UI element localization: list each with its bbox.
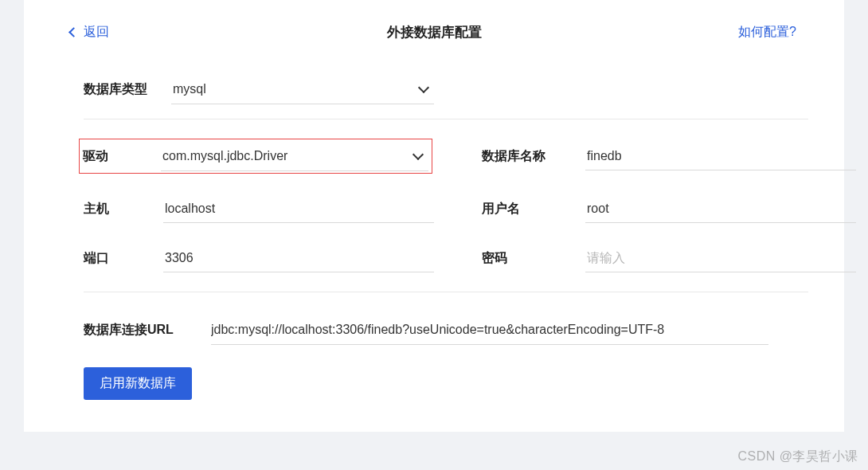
host-row: 主机 [84,194,434,223]
port-input[interactable] [163,244,434,272]
url-input[interactable] [211,315,768,345]
divider [84,119,808,119]
password-input[interactable] [585,244,856,272]
driver-label: 驱动 [83,148,161,165]
username-input[interactable] [585,194,856,223]
port-row: 端口 [84,244,434,272]
back-label: 返回 [84,24,109,41]
chevron-down-icon [418,81,429,92]
db-type-select[interactable]: mysql [171,74,434,104]
driver-select[interactable]: com.mysql.jdbc.Driver [161,141,428,171]
db-name-row: 数据库名称 [482,139,856,174]
chevron-left-icon [68,27,79,37]
chevron-down-icon [412,148,424,159]
db-type-row: 数据库类型 mysql [84,74,820,104]
help-link[interactable]: 如何配置? [738,24,796,41]
page-title: 外接数据库配置 [387,23,482,41]
username-label: 用户名 [482,201,585,217]
driver-row-highlighted: 驱动 com.mysql.jdbc.Driver [79,139,432,174]
db-type-value: mysql [171,82,420,96]
db-type-label: 数据库类型 [84,81,171,98]
host-label: 主机 [84,201,163,217]
username-row: 用户名 [482,194,856,223]
db-name-label: 数据库名称 [482,148,585,165]
header: 返回 外接数据库配置 如何配置? [24,24,844,57]
driver-value: com.mysql.jdbc.Driver [161,149,414,163]
divider [84,292,808,292]
password-row: 密码 [482,244,856,272]
watermark: CSDN @李昊哲小课 [737,448,858,465]
enable-db-button[interactable]: 启用新数据库 [84,367,192,400]
back-link[interactable]: 返回 [70,24,109,41]
host-input[interactable] [163,194,434,223]
password-label: 密码 [482,250,585,267]
db-name-input[interactable] [585,142,856,170]
url-label: 数据库连接URL [84,322,211,339]
config-panel: 返回 外接数据库配置 如何配置? 数据库类型 mysql 驱动 com.mysq… [24,0,844,432]
port-label: 端口 [84,250,163,267]
content: 数据库类型 mysql 驱动 com.mysql.jdbc.Driver 数据库… [24,74,844,400]
url-row: 数据库连接URL [84,315,820,345]
form-grid: 驱动 com.mysql.jdbc.Driver 数据库名称 主机 用户名 端口 [84,139,820,272]
